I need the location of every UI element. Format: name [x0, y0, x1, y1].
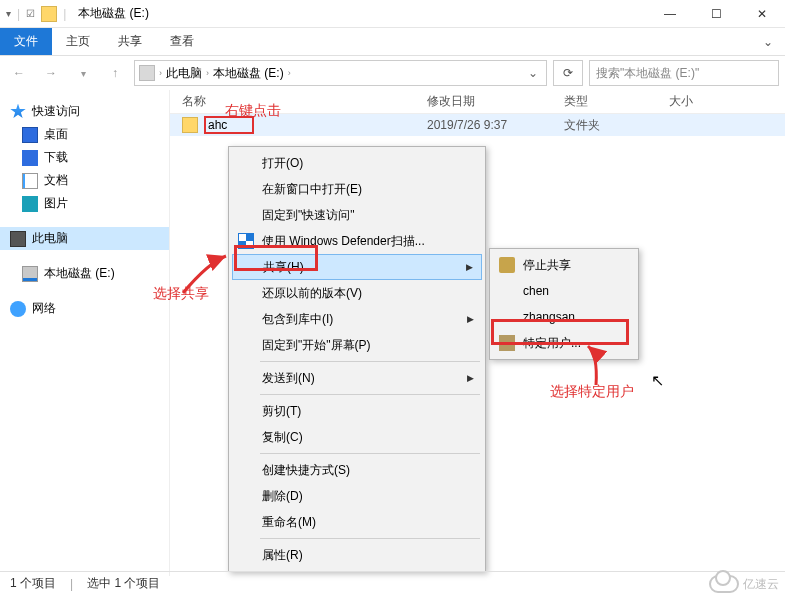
- sidebar-item-network[interactable]: 网络: [0, 297, 169, 320]
- menu-item-include[interactable]: 包含到库中(I)▶: [232, 306, 482, 332]
- download-icon: [22, 150, 38, 166]
- file-name: ahc: [208, 118, 227, 132]
- menu-item-cut[interactable]: 剪切(T): [232, 398, 482, 424]
- menu-item-send-to[interactable]: 发送到(N)▶: [232, 365, 482, 391]
- menu-item-specific-users[interactable]: 特定用户...: [493, 330, 635, 356]
- chevron-right-icon: ›: [159, 68, 162, 78]
- status-selected: 选中 1 个项目: [87, 575, 160, 592]
- menu-item-delete[interactable]: 删除(D): [232, 483, 482, 509]
- folder-icon: [182, 117, 198, 133]
- cloud-icon: [709, 575, 739, 593]
- menu-item-new-window[interactable]: 在新窗口中打开(E): [232, 176, 482, 202]
- sidebar-item-label: 文档: [44, 172, 68, 189]
- menu-item-stop-share[interactable]: 停止共享: [493, 252, 635, 278]
- column-date[interactable]: 修改日期: [427, 93, 564, 110]
- context-menu: 打开(O) 在新窗口中打开(E) 固定到"快速访问" 使用 Windows De…: [228, 146, 486, 572]
- sidebar-item-drive-e[interactable]: 本地磁盘 (E:): [0, 262, 169, 285]
- navigation-bar: ← → ▾ ↑ › 此电脑 › 本地磁盘 (E:) › ⌄ ⟳ 搜索"本地磁盘 …: [0, 56, 785, 90]
- sidebar-item-downloads[interactable]: 下载: [0, 146, 169, 169]
- search-input[interactable]: 搜索"本地磁盘 (E:)": [589, 60, 779, 86]
- column-type[interactable]: 类型: [564, 93, 669, 110]
- file-type: 文件夹: [564, 117, 669, 134]
- menu-item-user-chen[interactable]: chen: [493, 278, 635, 304]
- drive-icon: [22, 266, 38, 282]
- network-icon: [10, 301, 26, 317]
- sidebar-item-desktop[interactable]: 桌面: [0, 123, 169, 146]
- menu-item-user-zhangsan[interactable]: zhangsan: [493, 304, 635, 330]
- nav-recent-icon[interactable]: ▾: [70, 60, 96, 86]
- address-dropdown-icon[interactable]: ⌄: [524, 66, 542, 80]
- qat-sep2: |: [63, 7, 66, 21]
- picture-icon: [22, 196, 38, 212]
- sidebar-item-label: 本地磁盘 (E:): [44, 265, 115, 282]
- document-icon: [22, 173, 38, 189]
- menu-item-share[interactable]: 共享(H)▶: [232, 254, 482, 280]
- tab-home[interactable]: 主页: [52, 28, 104, 55]
- address-bar[interactable]: › 此电脑 › 本地磁盘 (E:) › ⌄: [134, 60, 547, 86]
- menu-item-pin-quick[interactable]: 固定到"快速访问": [232, 202, 482, 228]
- menu-item-properties[interactable]: 属性(R): [232, 542, 482, 568]
- desktop-icon: [22, 127, 38, 143]
- nav-forward-button[interactable]: →: [38, 60, 64, 86]
- menu-item-rename[interactable]: 重命名(M): [232, 509, 482, 535]
- sidebar-item-documents[interactable]: 文档: [0, 169, 169, 192]
- share-submenu: 停止共享 chen zhangsan 特定用户...: [489, 248, 639, 360]
- column-headers: 名称 修改日期 类型 大小: [170, 90, 785, 114]
- sidebar-item-quick-access[interactable]: 快速访问: [0, 100, 169, 123]
- menu-item-open[interactable]: 打开(O): [232, 150, 482, 176]
- menu-item-restore[interactable]: 还原以前的版本(V): [232, 280, 482, 306]
- sidebar-item-label: 此电脑: [32, 230, 68, 247]
- pc-icon: [139, 65, 155, 81]
- status-separator: |: [70, 577, 73, 591]
- chevron-right-icon: ▶: [466, 262, 473, 272]
- menu-item-defender[interactable]: 使用 Windows Defender扫描...: [232, 228, 482, 254]
- ribbon-tabs: 文件 主页 共享 查看 ⌄: [0, 28, 785, 56]
- shield-icon: [238, 233, 254, 249]
- star-icon: [10, 104, 26, 120]
- menu-separator: [260, 361, 480, 362]
- column-size[interactable]: 大小: [669, 93, 693, 110]
- refresh-button[interactable]: ⟳: [553, 60, 583, 86]
- tab-file[interactable]: 文件: [0, 28, 52, 55]
- qat-sep: |: [17, 7, 20, 21]
- ribbon-expand-icon[interactable]: ⌄: [751, 28, 785, 55]
- menu-item-copy[interactable]: 复制(C): [232, 424, 482, 450]
- window-title: 本地磁盘 (E:): [78, 5, 149, 22]
- sidebar-item-label: 桌面: [44, 126, 68, 143]
- file-date: 2019/7/26 9:37: [427, 118, 564, 132]
- pc-icon: [10, 231, 26, 247]
- menu-separator: [260, 453, 480, 454]
- column-name[interactable]: 名称: [182, 93, 427, 110]
- menu-item-shortcut[interactable]: 创建快捷方式(S): [232, 457, 482, 483]
- tab-view[interactable]: 查看: [156, 28, 208, 55]
- chevron-right-icon: ▶: [467, 373, 474, 383]
- breadcrumb[interactable]: 本地磁盘 (E:): [213, 65, 284, 82]
- window-titlebar: ▾ | ☑ | 本地磁盘 (E:) — ☐ ✕: [0, 0, 785, 28]
- qat-check-icon[interactable]: ☑: [26, 8, 35, 19]
- people-icon: [499, 335, 515, 351]
- nav-up-button[interactable]: ↑: [102, 60, 128, 86]
- close-button[interactable]: ✕: [739, 0, 785, 28]
- list-item[interactable]: ahc 2019/7/26 9:37 文件夹: [170, 114, 785, 136]
- breadcrumb[interactable]: 此电脑: [166, 65, 202, 82]
- sidebar-item-this-pc[interactable]: 此电脑: [0, 227, 169, 250]
- sidebar-item-label: 下载: [44, 149, 68, 166]
- folder-icon: [41, 6, 57, 22]
- menu-separator: [260, 538, 480, 539]
- qat-dropdown-icon[interactable]: ▾: [6, 8, 11, 19]
- minimize-button[interactable]: —: [647, 0, 693, 28]
- chevron-right-icon: ›: [206, 68, 209, 78]
- cursor-icon: ↖: [651, 371, 664, 390]
- sidebar-item-label: 图片: [44, 195, 68, 212]
- sidebar-item-label: 快速访问: [32, 103, 80, 120]
- search-placeholder: 搜索"本地磁盘 (E:)": [596, 65, 699, 82]
- maximize-button[interactable]: ☐: [693, 0, 739, 28]
- lock-icon: [499, 257, 515, 273]
- sidebar-item-pictures[interactable]: 图片: [0, 192, 169, 215]
- status-bar: 1 个项目 | 选中 1 个项目: [0, 571, 785, 595]
- nav-back-button[interactable]: ←: [6, 60, 32, 86]
- chevron-right-icon: ▶: [467, 314, 474, 324]
- menu-item-pin-start[interactable]: 固定到"开始"屏幕(P): [232, 332, 482, 358]
- watermark: 亿速云: [709, 575, 779, 593]
- tab-share[interactable]: 共享: [104, 28, 156, 55]
